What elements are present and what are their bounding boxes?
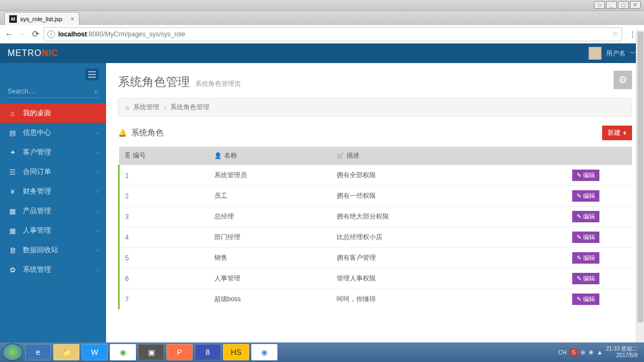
pencil-icon: ✎	[577, 213, 581, 220]
tab-favicon: M	[9, 15, 17, 23]
cell-desc: 拥有客户管理	[331, 248, 524, 269]
tray-lang[interactable]: CH	[558, 349, 567, 355]
sidebar-item-4[interactable]: ¥财务管理‹	[0, 182, 106, 201]
menu-label: 我的桌面	[23, 108, 51, 118]
menu-icon: ☰	[8, 168, 17, 176]
user-icon[interactable]: ◇	[594, 1, 605, 9]
edit-button[interactable]: ✎编辑	[572, 190, 599, 202]
window-titlebar: ◇ _ ▢ ✕	[0, 0, 644, 11]
menu-label: 人事管理	[23, 226, 51, 235]
edit-button[interactable]: ✎编辑	[572, 232, 599, 243]
scrollbar-thumb[interactable]	[637, 32, 643, 322]
edit-button[interactable]: ✎编辑	[572, 294, 599, 305]
cell-desc: 管理人事权限	[331, 269, 524, 289]
taskbar: e 📁 W ◉ ▣ P 8 HS ◉ CH S ⊕ ❀ ▲ 21:33 星期二 …	[0, 342, 644, 362]
breadcrumb-sep: ›	[164, 104, 166, 111]
search-input[interactable]	[8, 88, 94, 95]
chevron-left-icon: ‹	[97, 130, 98, 136]
scrollbar[interactable]	[636, 30, 644, 342]
back-button[interactable]: ←	[4, 29, 14, 39]
sidebar-item-3[interactable]: ☰合同订单‹	[0, 162, 106, 182]
menu-label: 客户管理	[23, 147, 51, 157]
tray-icon-3[interactable]: ❀	[589, 349, 593, 356]
cell-id: 3	[119, 207, 209, 227]
sidebar-toggle[interactable]	[85, 68, 98, 80]
close-button[interactable]: ✕	[630, 1, 641, 9]
page-subtitle: 系统角色管理页	[195, 79, 241, 89]
sidebar-item-0[interactable]: ⌂我的桌面	[0, 103, 106, 123]
taskbar-wps[interactable]: W	[82, 344, 108, 360]
pencil-icon: ✎	[577, 254, 581, 261]
edit-button[interactable]: ✎编辑	[572, 252, 599, 264]
reload-button[interactable]: ⟳	[30, 29, 40, 39]
menu-icon: ⌂	[8, 109, 17, 117]
tray-icon-4[interactable]: ▲	[597, 349, 603, 355]
taskbar-ie[interactable]: e	[25, 344, 51, 360]
menu-icon: ▤	[8, 129, 17, 137]
sidebar-item-7[interactable]: 🗑数据回收站‹	[0, 240, 106, 260]
menu-icon: 🗑	[8, 246, 17, 254]
settings-button[interactable]: ⚙	[614, 71, 632, 89]
breadcrumb-link[interactable]: 系统管理	[133, 103, 159, 112]
cell-desc: 拥有全部权限	[331, 165, 524, 186]
clock-date: 2017/5/9	[606, 352, 637, 359]
taskbar-explorer[interactable]: 📁	[53, 344, 79, 360]
pencil-icon: ✎	[577, 172, 581, 179]
gear-icon: ⚙	[618, 74, 627, 86]
breadcrumb-current: 系统角色管理	[170, 103, 209, 112]
cell-name: 部门经理	[209, 227, 331, 248]
tray-icon-1[interactable]: S	[570, 348, 577, 356]
taskbar-app2[interactable]: P	[166, 344, 193, 360]
main-content: ⚙ 系统角色管理 系统角色管理页 ⌂ 系统管理 › 系统角色管理 🔔 系统角色 …	[106, 63, 644, 342]
pencil-icon: ✎	[577, 192, 581, 199]
edit-button[interactable]: ✎编辑	[572, 273, 599, 284]
search-icon[interactable]: ⌕	[94, 87, 98, 95]
maximize-button[interactable]: ▢	[618, 1, 629, 9]
plus-icon: +	[623, 129, 627, 137]
new-button-label: 新建	[608, 128, 621, 138]
sidebar-item-5[interactable]: ▦产品管理‹	[0, 201, 106, 221]
site-info-icon[interactable]: i	[47, 30, 55, 38]
briefcase-icon: 🗄	[125, 152, 131, 159]
taskbar-app4[interactable]: HS	[223, 344, 249, 360]
bookmark-icon[interactable]: ☆	[612, 30, 618, 38]
chevron-left-icon: ‹	[97, 267, 98, 273]
table-row: 4部门经理比总经理权小店✎编辑	[119, 227, 633, 248]
taskbar-360[interactable]: ◉	[110, 344, 136, 360]
chevron-left-icon: ‹	[97, 247, 98, 253]
tab-close-icon[interactable]: ×	[71, 15, 75, 23]
minimize-button[interactable]: _	[606, 1, 617, 9]
menu-icon: ▦	[8, 227, 17, 235]
user-menu[interactable]: 用户名 ﹀	[589, 47, 636, 60]
taskbar-app1[interactable]: ▣	[138, 344, 164, 360]
clock-time: 21:33 星期二	[606, 346, 637, 352]
sidebar-search[interactable]: ⌕	[8, 87, 98, 98]
cell-id: 1	[119, 165, 209, 186]
cell-id: 7	[119, 289, 209, 310]
app-logo: METRONIC	[8, 48, 58, 58]
sidebar-item-1[interactable]: ▤信息中心‹	[0, 123, 106, 142]
user-icon: 👤	[214, 152, 222, 159]
taskbar-clock[interactable]: 21:33 星期二 2017/5/9	[606, 346, 637, 359]
sidebar-item-8[interactable]: ✿系统管理‹	[0, 260, 106, 279]
cell-id: 5	[119, 248, 209, 269]
tray-icon-2[interactable]: ⊕	[580, 349, 585, 356]
table-row: 3总经理拥有绝大部分权限✎编辑	[119, 207, 633, 227]
table-row: 1系统管理员拥有全部权限✎编辑	[119, 165, 633, 186]
start-button[interactable]	[2, 344, 23, 361]
cell-name: 系统管理员	[209, 165, 331, 186]
browser-toolbar: ← → ⟳ i localhost:8080/MyCrm/pages_sys/s…	[0, 25, 644, 43]
sidebar-item-2[interactable]: ✦客户管理‹	[0, 142, 106, 162]
menu-label: 财务管理	[23, 186, 51, 196]
sidebar: ⌕ ⌂我的桌面▤信息中心‹✦客户管理‹☰合同订单‹¥财务管理‹▦产品管理‹▦人事…	[0, 63, 106, 342]
th-name: 名称	[224, 152, 237, 159]
taskbar-app3[interactable]: 8	[195, 344, 221, 360]
edit-button[interactable]: ✎编辑	[572, 211, 599, 222]
new-button[interactable]: 新建 +	[602, 126, 632, 140]
table-row: 6人事管理管理人事权限✎编辑	[119, 269, 633, 289]
taskbar-chrome[interactable]: ◉	[251, 344, 277, 360]
browser-tab[interactable]: M sys_role_list.jsp ×	[4, 12, 79, 25]
address-bar[interactable]: i localhost:8080/MyCrm/pages_sys/sys_rol…	[44, 27, 622, 41]
edit-button[interactable]: ✎编辑	[572, 170, 599, 181]
sidebar-item-6[interactable]: ▦人事管理‹	[0, 221, 106, 240]
